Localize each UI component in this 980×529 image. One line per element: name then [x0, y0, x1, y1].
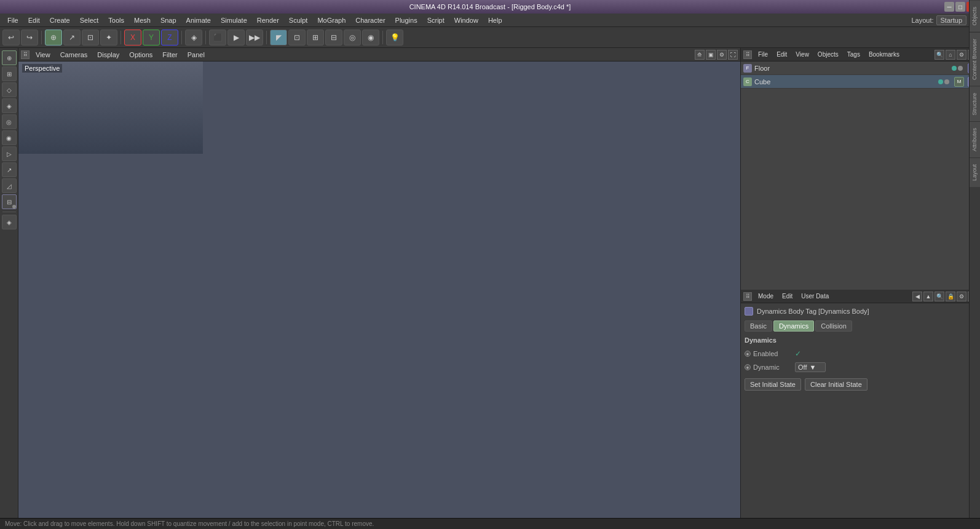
attr-grip[interactable]: ⠿	[743, 292, 752, 301]
scale-tool-button[interactable]: ⊡	[82, 30, 99, 46]
vp-menu-panel[interactable]: Panel	[184, 50, 208, 60]
attr-settings-icon[interactable]: ⚙	[957, 292, 966, 301]
tool-camera[interactable]: ◈	[2, 98, 17, 113]
tool-scene[interactable]: ▷	[2, 146, 17, 161]
render-to-po-button[interactable]: ▶	[227, 30, 245, 46]
move-tool-button[interactable]: ⊕	[45, 30, 62, 46]
menu-help[interactable]: Help	[483, 15, 507, 25]
enabled-radio[interactable]: ●	[745, 351, 751, 357]
side-tab-content-browser[interactable]: Content Browser	[970, 32, 980, 86]
redo-button[interactable]: ↪	[21, 30, 38, 46]
tool-material[interactable]: ◈	[2, 215, 17, 229]
viewport-grip[interactable]: ⠿	[21, 50, 30, 59]
vp-menu-filter[interactable]: Filter	[159, 50, 181, 60]
tool-generator[interactable]: ◿	[2, 178, 17, 193]
menu-tools[interactable]: Tools	[103, 15, 129, 25]
vp-icon-settings[interactable]: ⚙	[717, 50, 727, 60]
side-tab-attributes[interactable]: Attributes	[970, 121, 980, 157]
tool-deformer[interactable]: ◉	[2, 130, 17, 145]
axis-x-button[interactable]: X	[124, 30, 141, 46]
display-button[interactable]: ◉	[362, 30, 379, 46]
clear-initial-state-button[interactable]: Clear Initial State	[805, 378, 867, 391]
set-initial-state-button[interactable]: Set Initial State	[745, 378, 801, 391]
axis-z-button[interactable]: Z	[161, 30, 178, 46]
menu-mograph[interactable]: MoGraph	[312, 15, 350, 25]
universal-tool-button[interactable]: ✦	[100, 30, 117, 46]
obj-menu-file[interactable]: File	[756, 50, 770, 58]
obj-search-icon[interactable]: 🔍	[935, 50, 944, 60]
side-tab-objects[interactable]: Objects	[970, 0, 980, 32]
layout-dropdown[interactable]: Startup	[936, 15, 966, 25]
obj-home-icon[interactable]: ⌂	[946, 50, 955, 60]
vp-icon-move[interactable]: ⟰	[695, 50, 705, 60]
object-select-button[interactable]: ⊟	[325, 30, 342, 46]
side-tab-layout[interactable]: Layout	[970, 157, 980, 187]
object-row-cube[interactable]: C Cube M D	[741, 75, 980, 89]
attr-tab-collision[interactable]: Collision	[815, 320, 852, 332]
cube-dot-1[interactable]	[938, 79, 943, 84]
side-tab-structure[interactable]: Structure	[970, 86, 980, 122]
obj-menu-edit[interactable]: Edit	[774, 50, 789, 58]
tool-light[interactable]: ◎	[2, 114, 17, 129]
menu-select[interactable]: Select	[75, 15, 104, 25]
object-mode-button[interactable]: ◈	[185, 30, 202, 46]
attr-menu-mode[interactable]: Mode	[756, 292, 776, 300]
dynamic-dropdown[interactable]: Off ▼	[795, 362, 826, 372]
obj-menu-tags[interactable]: Tags	[845, 50, 863, 58]
rotate-tool-button[interactable]: ↗	[63, 30, 81, 46]
objects-grip[interactable]: ⠿	[743, 50, 752, 59]
floor-dot-2[interactable]	[958, 66, 963, 71]
vp-icon-maximize[interactable]: ⛶	[728, 50, 738, 60]
menu-plugins[interactable]: Plugins	[390, 15, 422, 25]
render-button[interactable]: ▶▶	[246, 30, 263, 46]
vp-icon-render[interactable]: ▣	[706, 50, 716, 60]
menu-edit[interactable]: Edit	[23, 15, 45, 25]
obj-menu-objects[interactable]: Objects	[815, 50, 841, 58]
vp-menu-view[interactable]: View	[32, 50, 54, 60]
tool-move[interactable]: ⊕	[2, 50, 17, 65]
menu-mesh[interactable]: Mesh	[129, 15, 156, 25]
persp-view-button[interactable]: ◤	[270, 30, 287, 46]
tool-shape[interactable]: ◇	[2, 82, 17, 97]
tool-group[interactable]: ⊞	[2, 66, 17, 81]
attr-lock-icon[interactable]: 🔒	[946, 292, 955, 301]
menu-snap[interactable]: Snap	[156, 15, 181, 25]
menu-simulate[interactable]: Simulate	[216, 15, 252, 25]
render-region-button[interactable]: ⬛	[209, 30, 226, 46]
light-button[interactable]: 💡	[386, 30, 403, 46]
attr-tab-basic[interactable]: Basic	[745, 320, 772, 332]
attr-search-icon[interactable]: 🔍	[935, 292, 944, 301]
floor-dot-1[interactable]	[952, 66, 957, 71]
menu-sculpt[interactable]: Sculpt	[284, 15, 313, 25]
obj-menu-view[interactable]: View	[793, 50, 812, 58]
attr-back-icon[interactable]: ◀	[912, 292, 922, 301]
viewport-3d[interactable]: X Y Z Top Front	[18, 62, 740, 518]
tool-spline[interactable]: ↗	[2, 162, 17, 177]
attr-menu-edit[interactable]: Edit	[780, 292, 795, 300]
top-view-button[interactable]: ⊡	[288, 30, 306, 46]
filter-button[interactable]: ◎	[344, 30, 361, 46]
obj-menu-bookmarks[interactable]: Bookmarks	[866, 50, 902, 58]
vp-menu-display[interactable]: Display	[93, 50, 123, 60]
undo-button[interactable]: ↩	[2, 30, 20, 46]
menu-render[interactable]: Render	[252, 15, 284, 25]
obj-settings-icon[interactable]: ⚙	[957, 50, 966, 60]
attr-menu-userdata[interactable]: User Data	[799, 292, 831, 300]
menu-window[interactable]: Window	[449, 15, 483, 25]
attr-tab-dynamics[interactable]: Dynamics	[773, 320, 814, 332]
maximize-button[interactable]: □	[955, 2, 965, 12]
attr-fwd-icon[interactable]: ▲	[923, 292, 933, 301]
object-row-floor[interactable]: F Floor T	[741, 62, 980, 75]
menu-create[interactable]: Create	[45, 15, 75, 25]
minimize-button[interactable]: ─	[944, 2, 954, 12]
menu-character[interactable]: Character	[350, 15, 390, 25]
menu-script[interactable]: Script	[422, 15, 449, 25]
vp-menu-options[interactable]: Options	[125, 50, 156, 60]
menu-file[interactable]: File	[2, 15, 23, 25]
tool-effector[interactable]: ⊟	[2, 194, 17, 209]
cube-dot-2[interactable]	[944, 79, 949, 84]
multiview-button[interactable]: ⊞	[307, 30, 324, 46]
menu-animate[interactable]: Animate	[181, 15, 216, 25]
dynamic-radio[interactable]: ●	[745, 364, 751, 370]
axis-y-button[interactable]: Y	[143, 30, 160, 46]
